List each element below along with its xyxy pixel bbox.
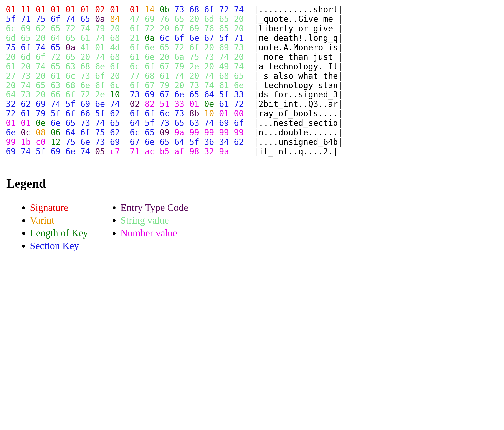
hex-byte: 6f [95, 71, 105, 81]
hex-row: 32 62 69 74 5f 69 6e 74 02 82 51 33 01 0… [6, 99, 499, 109]
hex-byte: 20 [160, 24, 169, 33]
hex-byte: 65 [219, 24, 229, 33]
hex-byte: 74 [80, 24, 90, 33]
hex-byte: 0b [160, 5, 169, 14]
hex-byte: 65 [66, 118, 76, 128]
hex-byte: 65 [66, 52, 76, 62]
hex-byte: 65 [234, 71, 244, 81]
hex-byte: 20 [204, 43, 214, 52]
hex-byte: 0e [36, 118, 46, 128]
hex-byte: 77 [130, 71, 140, 81]
hex-byte: c0 [36, 137, 46, 147]
hex-byte: 09 [160, 128, 169, 137]
hex-byte: 6f [130, 109, 140, 118]
hex-byte: 99 [219, 128, 229, 137]
hex-byte: 65 [66, 33, 76, 43]
hex-byte: 61 [219, 81, 229, 90]
hex-byte: 21 [130, 33, 140, 43]
hex-byte: 74 [95, 33, 105, 43]
hex-byte: 79 [95, 24, 105, 33]
hex-byte: 6e [80, 137, 90, 147]
ascii-col: | more than just | [254, 52, 343, 62]
hex-byte: 20 [234, 52, 244, 62]
hex-byte: 6f [145, 62, 155, 71]
hex-byte: 01 [6, 118, 16, 128]
ascii-col: |'s also what the| [254, 71, 343, 81]
hex-byte: 01 [219, 109, 229, 118]
hex-byte: 20 [110, 24, 120, 33]
hex-byte: 73 [174, 109, 184, 118]
hex-byte: 72 [6, 109, 16, 118]
hex-byte: 20 [80, 52, 90, 62]
hexdump-block: 01 11 01 01 01 01 02 01 01 14 0b 73 68 6… [5, 5, 499, 156]
hex-byte: 69 [145, 90, 155, 99]
hex-byte: 72 [174, 43, 184, 52]
hex-byte: 72 [234, 99, 244, 109]
hex-byte: 65 [160, 137, 169, 147]
hex-byte: 74 [95, 118, 105, 128]
hex-byte: 00 [234, 109, 244, 118]
hex-byte: 27 [6, 71, 16, 81]
hex-byte: 9a [219, 147, 229, 156]
hex-byte: 6d [21, 52, 31, 62]
hex-byte: 72 [145, 24, 155, 33]
hex-byte: c7 [110, 147, 120, 156]
hex-row: 69 74 5f 69 6e 74 05 c7 71 ac b5 af 98 3… [6, 147, 499, 156]
hex-byte: 6f [110, 62, 120, 71]
hex-byte: 6f [66, 90, 76, 99]
hex-row: 61 20 74 65 63 68 6e 6f 6c 6f 67 79 2e 2… [6, 62, 499, 71]
hex-byte: 6e [189, 33, 199, 43]
hex-byte: 20 [36, 71, 46, 81]
hex-byte: 5f [189, 137, 199, 147]
hex-byte: 67 [145, 81, 155, 90]
hex-byte: 6f [36, 52, 46, 62]
hex-byte: 72 [80, 90, 90, 99]
hex-byte: 63 [189, 118, 199, 128]
hex-byte: 6e [145, 137, 155, 147]
hex-byte: 99 [6, 137, 16, 147]
hex-byte: 62 [234, 137, 244, 147]
hex-byte: 68 [110, 33, 120, 43]
hex-byte: 61 [130, 52, 140, 62]
hex-byte: 65 [110, 118, 120, 128]
ascii-col: |ds for..signed_3| [254, 90, 343, 99]
hex-byte: 69 [21, 24, 31, 33]
hex-byte: 67 [160, 62, 169, 71]
hex-byte: 68 [110, 52, 120, 62]
hex-byte: 68 [145, 71, 155, 81]
hex-byte: 62 [36, 24, 46, 33]
hex-byte: 20 [204, 62, 214, 71]
hex-byte: 72 [51, 52, 61, 62]
hex-byte: 69 [110, 137, 120, 147]
hex-byte: 64 [130, 118, 140, 128]
hex-byte: 73 [204, 52, 214, 62]
hex-byte: 65 [21, 33, 31, 43]
legend-label: Length of Key [30, 227, 88, 239]
hex-byte: 41 [80, 43, 90, 52]
hex-byte: 68 [80, 62, 90, 71]
legend-item: Varint [30, 214, 88, 226]
hex-byte: 6f [145, 109, 155, 118]
hex-row: 6d 65 20 64 65 61 74 68 21 0a 6c 6f 6e 6… [6, 33, 499, 43]
ascii-col: |....unsigned_64b| [254, 137, 343, 147]
hex-byte: 66 [80, 109, 90, 118]
hex-byte: 73 [80, 71, 90, 81]
hex-row: 6c 69 62 65 72 74 79 20 6f 72 20 67 69 7… [6, 24, 499, 33]
hex-row: 01 01 0e 6e 65 73 74 65 64 5f 73 65 63 7… [6, 118, 499, 128]
hex-byte: 6f [21, 43, 31, 52]
hex-byte: 99 [234, 128, 244, 137]
hex-byte: 08 [36, 128, 46, 137]
hex-row: 72 61 79 5f 6f 66 5f 62 6f 6f 6c 73 8b 1… [6, 109, 499, 118]
hex-byte: 33 [234, 90, 244, 99]
hex-byte: 20 [234, 14, 244, 24]
hex-byte: 69 [145, 14, 155, 24]
hex-byte: 99 [189, 128, 199, 137]
hex-byte: 32 [204, 147, 214, 156]
hex-byte: 6e [145, 52, 155, 62]
hex-byte: 73 [189, 81, 199, 90]
hex-byte: 62 [110, 109, 120, 118]
hex-row: 6e 0c 08 06 64 6f 75 62 6c 65 09 9a 99 9… [6, 128, 499, 137]
hex-byte: 62 [21, 99, 31, 109]
hex-byte: 10 [110, 90, 120, 99]
hex-row: 20 74 65 63 68 6e 6f 6c 6f 67 79 20 73 7… [6, 81, 499, 90]
